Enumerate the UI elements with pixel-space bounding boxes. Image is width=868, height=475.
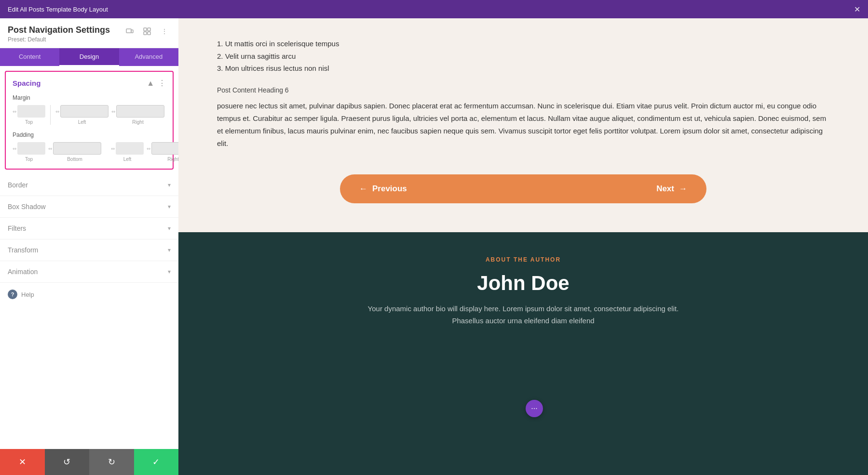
spacing-section-header: Spacing ▲ ⋮	[13, 79, 166, 88]
margin-left-input[interactable]	[60, 105, 108, 118]
padding-left-label: Left	[123, 157, 132, 162]
top-bar-title: Edit All Posts Template Body Layout	[8, 6, 108, 13]
padding-left-link-icon[interactable]: ⇔	[111, 146, 115, 151]
next-arrow-icon: →	[679, 184, 687, 194]
animation-chevron-icon: ▾	[168, 268, 171, 275]
margin-divider	[50, 105, 51, 125]
margin-top-input[interactable]	[17, 105, 45, 118]
post-list: 1. Ut mattis orci in scelerisque tempus …	[217, 38, 829, 75]
filters-section[interactable]: Filters ▾	[0, 218, 178, 239]
transform-title: Transform	[8, 246, 38, 254]
margin-left-field-row: ⇔	[55, 105, 108, 118]
post-body-text: posuere nec lectus sit amet, pulvinar da…	[217, 100, 829, 150]
responsive-icon[interactable]	[123, 25, 136, 38]
prev-label: Previous	[372, 184, 407, 194]
padding-right-input[interactable]	[151, 142, 178, 155]
filters-title: Filters	[8, 224, 26, 232]
box-shadow-section[interactable]: Box Shadow ▾	[0, 196, 178, 218]
svg-rect-4	[144, 32, 147, 35]
undo-button[interactable]: ↺	[45, 449, 90, 475]
bottom-bar: ✕ ↺ ↻ ✓	[0, 449, 178, 475]
margin-left-group: ⇔ Left	[55, 105, 108, 125]
svg-rect-3	[148, 28, 150, 31]
author-label: ABOUT THE AUTHOR	[217, 256, 829, 263]
padding-left-field-row: ⇔	[111, 142, 144, 155]
tab-design[interactable]: Design	[59, 48, 119, 66]
margin-right-label: Right	[132, 119, 143, 125]
filters-chevron-icon: ▾	[168, 225, 171, 232]
padding-right-label: Right	[167, 157, 178, 162]
margin-top-label: Top	[25, 119, 33, 125]
margin-row: ⇔ Top ⇔ Left	[13, 105, 166, 125]
list-item: 2. Velit urna sagittis arcu	[217, 50, 829, 63]
tab-advanced[interactable]: Advanced	[119, 48, 178, 66]
sidebar-preset[interactable]: Preset: Default	[8, 36, 110, 43]
close-icon[interactable]: ✕	[854, 5, 860, 14]
save-button[interactable]: ✓	[134, 449, 179, 475]
prev-arrow-icon: ←	[359, 184, 367, 194]
nav-buttons-wrapper: ← Previous Next →	[217, 174, 829, 203]
help-icon: ?	[8, 290, 17, 299]
padding-right-link-icon[interactable]: ⇔	[147, 146, 150, 151]
author-name: John Doe	[217, 272, 829, 295]
sidebar-content: Spacing ▲ ⋮ Margin ⇔ Top	[0, 66, 178, 449]
padding-left-input[interactable]	[116, 142, 144, 155]
margin-top-group: ⇔ Top	[13, 105, 45, 125]
padding-label: Padding	[13, 132, 166, 138]
tabs: Content Design Advanced	[0, 48, 178, 66]
post-content-heading: Post Content Heading 6	[217, 86, 829, 94]
layout-icon[interactable]	[141, 25, 153, 38]
help-row[interactable]: ? Help	[0, 283, 178, 306]
padding-right-group: ⇔ Right	[147, 142, 178, 162]
margin-left-link-icon[interactable]: ⇔	[55, 109, 59, 114]
tab-content[interactable]: Content	[0, 48, 59, 66]
margin-right-link-icon[interactable]: ⇔	[111, 109, 115, 114]
margin-label: Margin	[13, 94, 166, 101]
margin-top-field-row: ⇔	[13, 105, 45, 118]
box-shadow-title: Box Shadow	[8, 203, 46, 211]
more-options-icon[interactable]: ⋮	[158, 25, 171, 38]
padding-row: ⇔ Top ⇔ Bottom	[13, 142, 166, 162]
previous-button[interactable]: ← Previous	[340, 174, 523, 203]
margin-right-input[interactable]	[116, 105, 164, 118]
svg-rect-5	[148, 32, 150, 35]
padding-top-group: ⇔ Top	[13, 142, 45, 162]
box-shadow-chevron-icon: ▾	[168, 203, 171, 210]
sidebar-header-row: Post Navigation Settings Preset: Default…	[8, 25, 171, 43]
spacing-toggle-icon[interactable]: ▲	[147, 79, 154, 88]
post-section: 1. Ut mattis orci in scelerisque tempus …	[178, 18, 868, 232]
border-section[interactable]: Border ▾	[0, 174, 178, 196]
redo-button[interactable]: ↻	[89, 449, 134, 475]
transform-section[interactable]: Transform ▾	[0, 239, 178, 261]
next-button[interactable]: Next →	[523, 174, 706, 203]
padding-top-input[interactable]	[17, 142, 45, 155]
spacing-title: Spacing	[13, 79, 41, 87]
floating-bubble[interactable]: ···	[526, 400, 543, 417]
padding-top-label: Top	[25, 157, 33, 162]
padding-bottom-input[interactable]	[53, 142, 101, 155]
cancel-button[interactable]: ✕	[0, 449, 45, 475]
sidebar-header: Post Navigation Settings Preset: Default…	[0, 18, 178, 48]
animation-section[interactable]: Animation ▾	[0, 261, 178, 283]
padding-bottom-label: Bottom	[67, 157, 82, 162]
border-chevron-icon: ▾	[168, 182, 171, 188]
sidebar-title: Post Navigation Settings	[8, 25, 110, 35]
margin-top-link-icon[interactable]: ⇔	[13, 109, 16, 114]
padding-top-link-icon[interactable]: ⇔	[13, 146, 16, 151]
next-label: Next	[656, 184, 674, 194]
author-section: ABOUT THE AUTHOR John Doe Your dynamic a…	[178, 232, 868, 475]
help-label: Help	[21, 291, 34, 298]
bubble-dots-icon: ···	[531, 404, 537, 413]
padding-bottom-link-icon[interactable]: ⇔	[48, 146, 52, 151]
sidebar-icons: ⋮	[123, 25, 171, 38]
svg-rect-1	[131, 30, 133, 33]
padding-bottom-group: ⇔ Bottom	[48, 142, 101, 162]
padding-right-field-row: ⇔	[147, 142, 178, 155]
spacing-controls: ▲ ⋮	[147, 79, 166, 88]
content-area: 1. Ut mattis orci in scelerisque tempus …	[178, 18, 868, 475]
svg-rect-2	[144, 28, 147, 31]
margin-right-group: ⇔ Right	[111, 105, 164, 125]
spacing-menu-icon[interactable]: ⋮	[158, 79, 166, 88]
main-layout: Post Navigation Settings Preset: Default…	[0, 18, 868, 475]
svg-rect-0	[126, 29, 131, 33]
